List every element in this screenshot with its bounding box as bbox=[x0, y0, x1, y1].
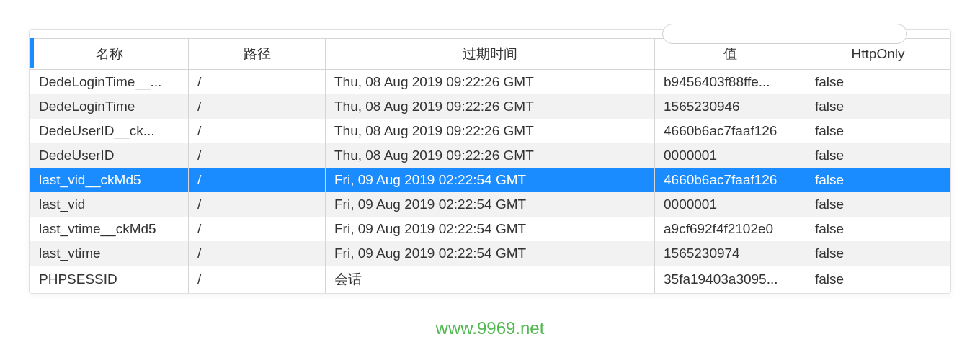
cell-expires: Thu, 08 Aug 2019 09:22:26 GMT bbox=[326, 119, 655, 143]
table-row[interactable]: last_vid/Fri, 09 Aug 2019 02:22:54 GMT00… bbox=[30, 192, 950, 217]
cell-name: PHPSESSID bbox=[30, 266, 189, 293]
cell-httponly: false bbox=[806, 192, 950, 217]
cell-httponly: false bbox=[806, 217, 950, 241]
table-row[interactable]: DedeUserID__ck.../Thu, 08 Aug 2019 09:22… bbox=[30, 119, 950, 143]
cell-name: DedeUserID__ck... bbox=[30, 119, 189, 143]
cell-name: last_vtime bbox=[30, 241, 189, 266]
cell-name: DedeLoginTime__... bbox=[30, 70, 189, 95]
cell-httponly: false bbox=[806, 94, 950, 119]
cell-value: a9cf692f4f2102e0 bbox=[655, 217, 806, 241]
table-row[interactable]: last_vtime__ckMd5/Fri, 09 Aug 2019 02:22… bbox=[30, 217, 950, 241]
cell-expires: Thu, 08 Aug 2019 09:22:26 GMT bbox=[326, 94, 655, 119]
toolbar bbox=[30, 30, 950, 38]
cookies-panel: 名称 路径 过期时间 值 HttpOnly DedeLoginTime__...… bbox=[29, 29, 951, 294]
cell-httponly: false bbox=[806, 143, 950, 168]
table-row[interactable]: DedeLoginTime__.../Thu, 08 Aug 2019 09:2… bbox=[30, 70, 950, 95]
cell-path: / bbox=[189, 94, 326, 119]
cell-name: last_vtime__ckMd5 bbox=[30, 217, 189, 241]
cell-value: b9456403f88ffe... bbox=[655, 70, 806, 95]
cell-value: 4660b6ac7faaf126 bbox=[655, 119, 806, 143]
cell-path: / bbox=[189, 70, 326, 95]
cell-httponly: false bbox=[806, 266, 950, 293]
cell-expires: Fri, 09 Aug 2019 02:22:54 GMT bbox=[326, 241, 655, 266]
cell-httponly: false bbox=[806, 119, 950, 143]
cell-expires: Thu, 08 Aug 2019 09:22:26 GMT bbox=[326, 143, 655, 168]
header-expires[interactable]: 过期时间 bbox=[326, 39, 655, 70]
cell-path: / bbox=[189, 192, 326, 217]
cell-expires: Fri, 09 Aug 2019 02:22:54 GMT bbox=[326, 192, 655, 217]
cell-path: / bbox=[189, 168, 326, 192]
table-row[interactable]: last_vid__ckMd5/Fri, 09 Aug 2019 02:22:5… bbox=[30, 168, 950, 192]
cell-expires: 会话 bbox=[326, 266, 655, 293]
cell-name: DedeUserID bbox=[30, 143, 189, 168]
header-path[interactable]: 路径 bbox=[189, 39, 326, 70]
cell-httponly: false bbox=[806, 168, 950, 192]
cell-path: / bbox=[189, 266, 326, 293]
cell-value: 0000001 bbox=[655, 143, 806, 168]
table-row[interactable]: DedeLoginTime/Thu, 08 Aug 2019 09:22:26 … bbox=[30, 94, 950, 119]
cell-value: 0000001 bbox=[655, 192, 806, 217]
cell-httponly: false bbox=[806, 241, 950, 266]
cell-value: 1565230946 bbox=[655, 94, 806, 119]
table-body: DedeLoginTime__.../Thu, 08 Aug 2019 09:2… bbox=[30, 70, 950, 294]
cell-value: 35fa19403a3095... bbox=[655, 266, 806, 293]
table-row[interactable]: DedeUserID/Thu, 08 Aug 2019 09:22:26 GMT… bbox=[30, 143, 950, 168]
cell-value: 1565230974 bbox=[655, 241, 806, 266]
cell-name: last_vid__ckMd5 bbox=[30, 168, 189, 192]
header-name[interactable]: 名称 bbox=[30, 39, 189, 70]
active-tab-indicator bbox=[30, 38, 34, 68]
cell-path: / bbox=[189, 217, 326, 241]
search-input[interactable] bbox=[662, 24, 907, 44]
cell-expires: Thu, 08 Aug 2019 09:22:26 GMT bbox=[326, 70, 655, 95]
cell-path: / bbox=[189, 241, 326, 266]
table-row[interactable]: last_vtime/Fri, 09 Aug 2019 02:22:54 GMT… bbox=[30, 241, 950, 266]
cell-name: last_vid bbox=[30, 192, 189, 217]
cell-value: 4660b6ac7faaf126 bbox=[655, 168, 806, 192]
cookies-table: 名称 路径 过期时间 值 HttpOnly DedeLoginTime__...… bbox=[30, 38, 950, 293]
cell-expires: Fri, 09 Aug 2019 02:22:54 GMT bbox=[326, 217, 655, 241]
cell-path: / bbox=[189, 143, 326, 168]
table-row[interactable]: PHPSESSID/会话35fa19403a3095...false bbox=[30, 266, 950, 293]
cell-name: DedeLoginTime bbox=[30, 94, 189, 119]
cell-expires: Fri, 09 Aug 2019 02:22:54 GMT bbox=[326, 168, 655, 192]
cell-httponly: false bbox=[806, 70, 950, 95]
cell-path: / bbox=[189, 119, 326, 143]
watermark-text: www.9969.net bbox=[436, 318, 545, 338]
